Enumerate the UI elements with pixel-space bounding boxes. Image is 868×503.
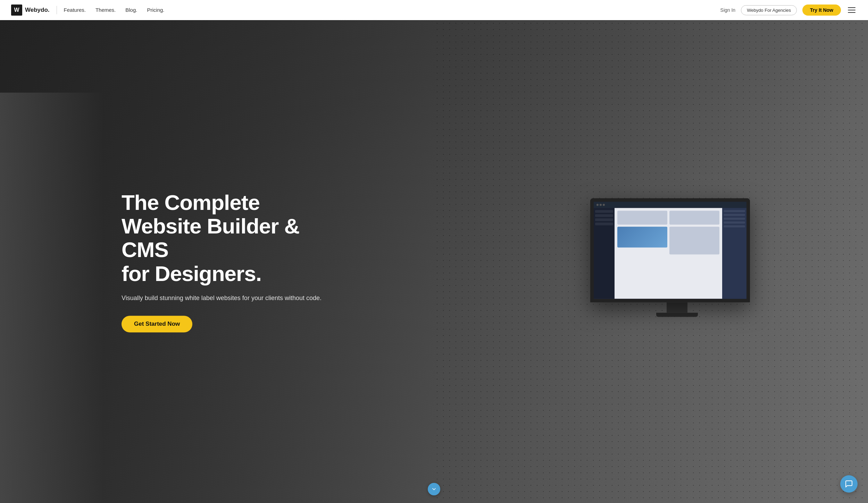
scroll-down-button[interactable] xyxy=(428,483,440,495)
monitor-props-row xyxy=(724,218,745,220)
monitor-properties-panel xyxy=(722,208,746,299)
get-started-button[interactable]: Get Started Now xyxy=(122,316,192,332)
monitor-main-canvas xyxy=(615,208,722,299)
hero-heading: The Complete Website Builder & CMS for D… xyxy=(122,191,323,285)
monitor-toolbar-dot-3 xyxy=(603,204,605,206)
monitor-sidebar-item xyxy=(595,210,613,213)
navbar: W Webydo. Features. Themes. Blog. Pricin… xyxy=(0,0,868,20)
nav-link-blog[interactable]: Blog. xyxy=(125,7,137,13)
hero-monitor xyxy=(590,198,764,330)
monitor-content-area xyxy=(594,208,746,299)
monitor-props-row xyxy=(724,214,745,216)
agencies-button[interactable]: Webydo For Agencies xyxy=(741,5,797,15)
brand-name: Webydo. xyxy=(25,7,50,14)
navbar-right: Sign In Webydo For Agencies Try It Now xyxy=(720,5,857,16)
chat-icon xyxy=(845,480,853,488)
nav-link-pricing[interactable]: Pricing. xyxy=(147,7,164,13)
signin-button[interactable]: Sign In xyxy=(720,7,736,13)
nav-item-blog[interactable]: Blog. xyxy=(125,7,137,13)
chat-widget-button[interactable] xyxy=(840,475,858,493)
monitor-block xyxy=(669,211,719,225)
nav-item-pricing[interactable]: Pricing. xyxy=(147,7,164,13)
monitor-canvas-grid xyxy=(617,211,719,255)
monitor-block xyxy=(617,211,667,225)
monitor-stand xyxy=(667,302,687,313)
monitor-inner xyxy=(594,202,746,299)
monitor-block-tall xyxy=(669,227,719,255)
hero-heading-line1: The Complete xyxy=(122,190,260,214)
hero-heading-line2: Website Builder & CMS xyxy=(122,214,299,262)
nav-link-themes[interactable]: Themes. xyxy=(95,7,116,13)
nav-item-features[interactable]: Features. xyxy=(64,7,86,13)
monitor-toolbar-dot-2 xyxy=(600,204,602,206)
hamburger-line-2 xyxy=(848,10,856,10)
navbar-divider xyxy=(57,6,57,14)
logo-link[interactable]: W Webydo. xyxy=(11,5,50,16)
monitor-props-row xyxy=(724,225,745,228)
hero-subtext: Visually build stunning white label webs… xyxy=(122,293,323,303)
monitor-sidebar-item xyxy=(595,214,613,217)
chevron-down-icon xyxy=(431,486,437,492)
monitor-block-image xyxy=(617,227,667,248)
try-now-button[interactable]: Try It Now xyxy=(802,5,841,16)
hamburger-line-1 xyxy=(848,7,856,8)
monitor-props-row xyxy=(724,222,745,224)
hamburger-menu-button[interactable] xyxy=(846,6,857,14)
monitor-sidebar-item xyxy=(595,223,613,225)
hero-person-silhouette xyxy=(0,93,104,503)
monitor-toolbar xyxy=(594,202,746,208)
hamburger-line-3 xyxy=(848,12,856,13)
monitor-props-row xyxy=(724,210,745,212)
monitor-base xyxy=(656,313,698,317)
hero-heading-line3: for Designers. xyxy=(122,262,261,285)
nav-item-themes[interactable]: Themes. xyxy=(95,7,116,13)
monitor-sidebar-item xyxy=(595,219,613,221)
monitor-sidebar xyxy=(594,208,615,299)
logo-box: W xyxy=(11,5,22,16)
monitor-toolbar-dot-1 xyxy=(596,204,599,206)
hero-content: The Complete Website Builder & CMS for D… xyxy=(122,191,323,332)
navbar-links: Features. Themes. Blog. Pricing. xyxy=(64,7,165,13)
logo-letter: W xyxy=(14,7,19,13)
hero-section: The Complete Website Builder & CMS for D… xyxy=(0,20,868,503)
monitor-screen xyxy=(590,198,750,302)
nav-link-features[interactable]: Features. xyxy=(64,7,86,13)
